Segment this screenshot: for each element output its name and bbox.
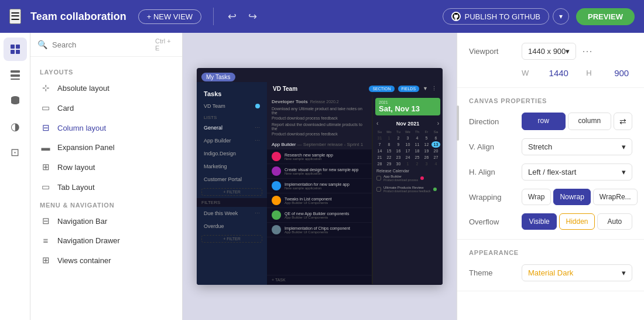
app-due-item[interactable]: Due this Week ⋯ — [197, 207, 267, 220]
canvas-area[interactable]: My Tasks Tasks VD Team LISTS General ⋯ A… — [183, 33, 457, 320]
task-avatar-4 — [272, 196, 281, 205]
task-item-4[interactable]: Tweaks in List component App Builder UI … — [267, 193, 372, 208]
icon-bar-grid[interactable] — [4, 38, 27, 61]
layouts-section-label: LAYOUTS — [30, 64, 182, 78]
icon-bar-database[interactable] — [4, 89, 27, 113]
release-desc-2: Product download process feedback — [383, 189, 431, 193]
cal-next[interactable]: › — [437, 120, 439, 127]
visible-btn[interactable]: Visible — [522, 213, 557, 230]
icon-bar-palette[interactable]: ◑ — [4, 115, 27, 138]
h-align-row: H. Align Left / flex-start ▾ — [469, 164, 632, 181]
app-add-task-btn[interactable]: + TASK — [267, 275, 372, 284]
task-item-2[interactable]: Create visual design for new sample app … — [267, 164, 372, 179]
menu-icon[interactable]: ☰ — [9, 9, 21, 24]
task-item-6[interactable]: Implementation of Chips component App Bu… — [267, 223, 372, 237]
app-indigo-item[interactable]: Indigo.Design — [197, 147, 267, 160]
release-desc-1: Product download process — [383, 178, 418, 182]
panel-scroll[interactable]: LAYOUTS ⊹ Absolute layout ▭ Card ⊟ Colum… — [30, 57, 182, 318]
panel-item-expansion-panel[interactable]: ▬ Expansion Panel — [30, 138, 182, 157]
panel-item-card[interactable]: ▭ Card — [30, 98, 182, 118]
panel-item-navigation-bar[interactable]: ⊟ Navigation Bar — [30, 211, 182, 231]
task-title-2: Create visual design for new sample app — [285, 168, 358, 172]
publish-button[interactable]: PUBLISH TO GITHUB — [443, 8, 549, 25]
hidden-btn[interactable]: Hidden — [559, 213, 594, 230]
cal-prev[interactable]: ‹ — [376, 120, 378, 127]
canvas-tag: My Tasks — [201, 73, 235, 81]
app-vd-team-item[interactable]: VD Team — [197, 100, 267, 113]
task-item-5[interactable]: QE of new App Builder components App Bui… — [267, 208, 372, 223]
dev-tools-label: Developer Tools — [272, 99, 308, 104]
panel-item-absolute-layout[interactable]: ⊹ Absolute layout — [30, 78, 182, 98]
svg-rect-4 — [11, 70, 20, 73]
more-options-icon[interactable]: ⋯ — [580, 42, 595, 60]
preview-button[interactable]: PREVIEW — [576, 8, 635, 25]
panel-item-views-container[interactable]: ⊞ Views container — [30, 250, 182, 270]
task-item-1[interactable]: Research new sample app New sample appli… — [267, 149, 372, 164]
app-task-header: App Builder — September release - Sprint… — [267, 139, 372, 149]
w-input[interactable] — [538, 68, 579, 78]
release-item-2[interactable]: Ultimate Products Review Product downloa… — [376, 184, 439, 195]
panel-item-column-layout[interactable]: ⊟ Column layout — [30, 118, 182, 138]
release-dot-2 — [433, 188, 437, 191]
app-overdue-item[interactable]: Overdue — [197, 220, 267, 233]
app-general-item[interactable]: General ⋯ — [197, 121, 267, 134]
panel-item-navigation-drawer[interactable]: ≡ Navigation Drawer — [30, 231, 182, 250]
canvas-properties-title: CANVAS PROPERTIES — [469, 97, 632, 104]
task-desc-4: App Builder UI Components — [285, 201, 332, 205]
task-avatar-2 — [272, 166, 281, 176]
search-input[interactable] — [52, 40, 150, 49]
viewport-selector[interactable]: 1440 x 900 ▾ — [522, 43, 576, 60]
app-filter-btn-1[interactable]: + FILTER — [201, 188, 262, 196]
left-panel: 🔍 Ctrl + E LAYOUTS ⊹ Absolute layout ▭ C… — [30, 33, 183, 320]
app-dev-desc: Download any Ultimate product and take n… — [272, 107, 367, 115]
app-tasks-list[interactable]: Research new sample app New sample appli… — [267, 149, 372, 275]
panel-item-label: Card — [57, 104, 74, 113]
theme-select[interactable]: Material Dark ▾ — [522, 264, 632, 281]
cal-grid: SuMo TuWe ThFr Sa 311 23 45 6 — [373, 129, 443, 167]
app-builder-item[interactable]: App Builder ⋯ — [197, 134, 267, 147]
publish-dropdown-button[interactable]: ▾ — [553, 8, 569, 25]
app-filter-icon[interactable]: ▼ — [423, 86, 428, 92]
theme-chevron: ▾ — [622, 268, 626, 277]
icon-bar-layout[interactable] — [4, 63, 27, 87]
dimensions-inputs: W H — [522, 68, 642, 78]
icon-bar-component[interactable]: ⊡ — [4, 141, 27, 164]
task-avatar-6 — [272, 225, 281, 234]
app-filter-btn-2[interactable]: + FILTER — [201, 235, 262, 243]
auto-btn[interactable]: Auto — [597, 213, 632, 230]
panel-item-label: Row layout — [57, 163, 95, 172]
dimensions-row: W H — [469, 68, 632, 78]
app-fields-chip[interactable]: FIELDS — [398, 86, 420, 92]
theme-value: Material Dark — [528, 268, 573, 277]
v-align-select[interactable]: Stretch ▾ — [522, 138, 632, 155]
app-tasks-title: Tasks — [197, 87, 267, 100]
cal-day-labels: SuMo TuWe ThFr Sa — [375, 129, 440, 135]
h-align-label: H. Align — [469, 168, 522, 176]
direction-reverse-btn[interactable]: ⇄ — [614, 113, 632, 130]
h-input[interactable] — [601, 68, 642, 78]
redo-button[interactable]: ↪ — [246, 8, 259, 25]
direction-row-btn[interactable]: row — [522, 113, 566, 130]
task-avatar-5 — [272, 210, 281, 220]
github-icon — [451, 12, 461, 21]
new-view-button[interactable]: + NEW VIEW — [138, 9, 201, 24]
app-more-icon[interactable]: ⋮ — [431, 86, 437, 92]
direction-row: Direction row column ⇄ — [469, 113, 632, 130]
panel-item-row-layout[interactable]: ⊞ Row layout — [30, 157, 182, 177]
app-portal-item[interactable]: Customer Portal — [197, 173, 267, 186]
wrapre-btn[interactable]: WrapRe... — [593, 189, 638, 205]
app-marketing-item[interactable]: Marketing — [197, 160, 267, 173]
nowrap-btn[interactable]: Nowrap — [553, 189, 590, 205]
app-section-chip[interactable]: SECTION — [369, 86, 394, 92]
wrap-btn[interactable]: Wrap — [522, 189, 551, 205]
task-item-3[interactable]: Implementation for new sample app New sa… — [267, 179, 372, 193]
v-align-label: V. Align — [469, 142, 522, 151]
app-builder-task-title: App Builder — [272, 142, 296, 147]
direction-column-btn[interactable]: column — [568, 113, 612, 130]
release-item-1[interactable]: App Builder Product download process — [376, 173, 439, 184]
h-align-select[interactable]: Left / flex-start ▾ — [522, 164, 632, 181]
theme-label: Theme — [469, 268, 522, 277]
viewport-chevron: ▾ — [566, 47, 570, 56]
undo-button[interactable]: ↩ — [225, 8, 239, 25]
panel-item-tab-layout[interactable]: ▭ Tab Layout — [30, 177, 182, 197]
